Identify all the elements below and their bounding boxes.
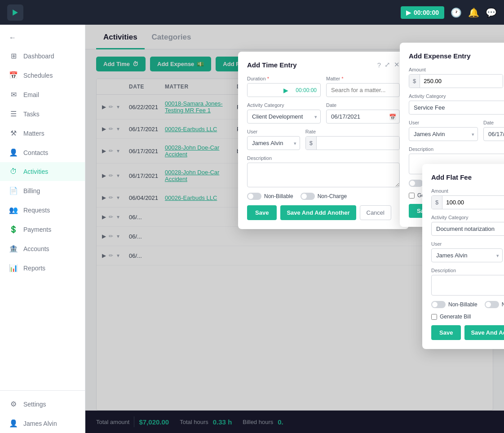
timer-value: 00:00:00 <box>414 9 439 16</box>
sidebar-item-label: Dashboard <box>23 53 54 60</box>
sidebar-item-billing[interactable]: 📄 Billing <box>0 181 85 200</box>
close-icon[interactable]: ✕ <box>394 61 400 69</box>
amount-matter-row: Amount $ Matter * ▾ <box>431 188 504 209</box>
sidebar-item-contacts[interactable]: 👤 Contacts <box>0 143 85 162</box>
timer-button[interactable]: ▶ 00:00:00 <box>401 6 444 19</box>
description-textarea[interactable] <box>247 163 400 187</box>
sidebar-item-matters[interactable]: ⚒ Matters <box>0 124 85 143</box>
user-date-row: User James Alvin ▾ Date 📅 <box>409 120 504 141</box>
modal-header: Add Expense Entry ? ⤢ ✕ <box>409 52 504 60</box>
sidebar-item-requests[interactable]: 👥 Requests <box>0 200 85 220</box>
generate-bill-checkbox[interactable] <box>409 193 415 199</box>
non-billable-label: Non-Billable <box>264 193 293 199</box>
sidebar-item-payments[interactable]: 💲 Payments <box>0 220 85 239</box>
sidebar-item-dashboard[interactable]: ⊞ Dashboard <box>0 46 85 66</box>
billing-icon: 📄 <box>9 186 18 195</box>
cancel-button[interactable]: Cancel <box>360 205 391 220</box>
activity-category-select[interactable]: Service Fee <box>409 101 504 115</box>
sidebar-item-settings[interactable]: ⚙ Settings <box>0 394 85 414</box>
rate-input[interactable] <box>317 137 399 150</box>
amount-matter-row: Amount $ Matter * ▾ <box>409 67 504 88</box>
sidebar-item-activities[interactable]: ⏱ Activities <box>0 162 85 181</box>
amount-label: Amount <box>409 67 503 72</box>
sidebar-item-label: James Alvin <box>23 420 57 427</box>
amount-input[interactable] <box>442 196 504 209</box>
help-icon[interactable]: ? <box>377 61 381 69</box>
sidebar-item-label: Reports <box>23 265 45 272</box>
sidebar-back-button[interactable]: ← <box>0 29 85 46</box>
sidebar-item-user[interactable]: 👤 James Alvin <box>0 414 85 433</box>
dashboard-icon: ⊞ <box>9 52 18 60</box>
sidebar-item-email[interactable]: ✉ Email <box>0 85 85 104</box>
activity-category-label: Activity Category <box>431 215 504 220</box>
sidebar-item-reports[interactable]: 📊 Reports <box>0 258 85 278</box>
date-group: Date 📅 <box>326 102 400 124</box>
sidebar-item-label: Email <box>23 91 39 98</box>
non-charge-switch[interactable] <box>301 193 315 200</box>
save-button[interactable]: Save <box>247 205 277 220</box>
activity-category-group: Activity Category Service Fee ▾ <box>409 93 504 115</box>
user-select[interactable]: James Alvin <box>247 136 300 150</box>
amount-group: Amount $ <box>431 188 504 209</box>
date-input[interactable] <box>326 110 400 124</box>
description-label: Description <box>409 146 504 152</box>
non-billable-switch[interactable] <box>431 301 446 308</box>
amount-input-wrap: $ <box>431 195 504 209</box>
date-input[interactable] <box>483 127 504 141</box>
sidebar-item-label: Billing <box>23 187 40 194</box>
user-label: User <box>431 241 503 247</box>
sidebar-item-tasks[interactable]: ☰ Tasks <box>0 104 85 124</box>
amount-input[interactable] <box>420 75 503 88</box>
chat-icon[interactable]: 💬 <box>486 7 497 18</box>
activity-category-select[interactable]: Document notarization <box>431 222 504 236</box>
matter-search-input[interactable] <box>326 83 400 97</box>
duration-group: Duration * ▶ 00:00:00 <box>247 76 321 97</box>
topbar-right: ▶ 00:00:00 🕐 🔔 💬 <box>401 6 497 19</box>
non-charge-toggle: Non-Charge <box>485 301 504 308</box>
sidebar: ← ⊞ Dashboard 📅 Schedules ✉ Email ☰ Task… <box>0 25 85 433</box>
save-and-add-button[interactable]: Save And Add Another <box>280 205 356 220</box>
non-billable-toggle: Non-Billable <box>247 193 293 200</box>
activity-category-select[interactable]: Client Development <box>247 110 321 124</box>
requests-icon: 👥 <box>9 206 18 214</box>
expand-icon[interactable]: ⤢ <box>385 61 390 69</box>
save-button[interactable]: Save <box>431 325 461 340</box>
settings-icon: ⚙ <box>9 400 18 408</box>
non-billable-switch[interactable] <box>247 193 261 200</box>
modal-header: Add Flat Fee ? ⤢ › <box>431 173 504 181</box>
toggle-row: Non-Billable Non-Charge <box>247 193 400 200</box>
non-charge-toggle: Non-Charge <box>301 193 347 200</box>
clock-icon[interactable]: 🕐 <box>451 7 462 18</box>
sidebar-item-schedules[interactable]: 📅 Schedules <box>0 66 85 85</box>
reports-icon: 📊 <box>9 264 18 272</box>
date-label: Date <box>483 120 504 125</box>
modal-flat-fee: Add Flat Fee ? ⤢ › Amount $ Ma <box>422 164 504 349</box>
save-and-add-button[interactable]: Save And Add Another <box>464 325 504 340</box>
user-select[interactable]: James Alvin <box>409 127 478 141</box>
non-charge-switch[interactable] <box>485 301 499 308</box>
generate-bill-checkbox[interactable] <box>431 314 437 320</box>
category-date-row: Activity Category Client Development ▾ D… <box>247 102 400 124</box>
description-group: Description <box>247 155 400 187</box>
timer-play-button[interactable]: ▶ <box>280 84 292 97</box>
sidebar-item-accounts[interactable]: 🏦 Accounts <box>0 239 85 258</box>
timer-display: 00:00:00 <box>292 84 320 96</box>
non-billable-switch[interactable] <box>409 180 423 187</box>
app-logo <box>7 4 23 21</box>
date-group: Date 📅 <box>483 120 504 141</box>
duration-matter-row: Duration * ▶ 00:00:00 Matter * <box>247 76 400 97</box>
sidebar-bottom: ⚙ Settings 👤 James Alvin <box>0 390 85 433</box>
content-area: Activities Categories Add Time ⏱ Add Exp… <box>85 25 504 433</box>
amount-label: Amount <box>431 188 504 194</box>
user-select[interactable]: James Alvin <box>431 248 503 262</box>
activity-category-group: Activity Category Document notarization … <box>431 215 504 236</box>
toggle-row: Non-Billable Non-Charge <box>431 301 504 308</box>
description-textarea[interactable] <box>431 275 504 296</box>
user-group: User James Alvin ▾ <box>409 120 478 141</box>
duration-input[interactable] <box>248 84 280 97</box>
bell-icon[interactable]: 🔔 <box>468 7 479 18</box>
matter-label: Matter * <box>326 76 400 81</box>
sidebar-item-label: Matters <box>23 130 44 137</box>
non-billable-label: Non-Billable <box>448 301 477 308</box>
date-label: Date <box>326 102 400 108</box>
